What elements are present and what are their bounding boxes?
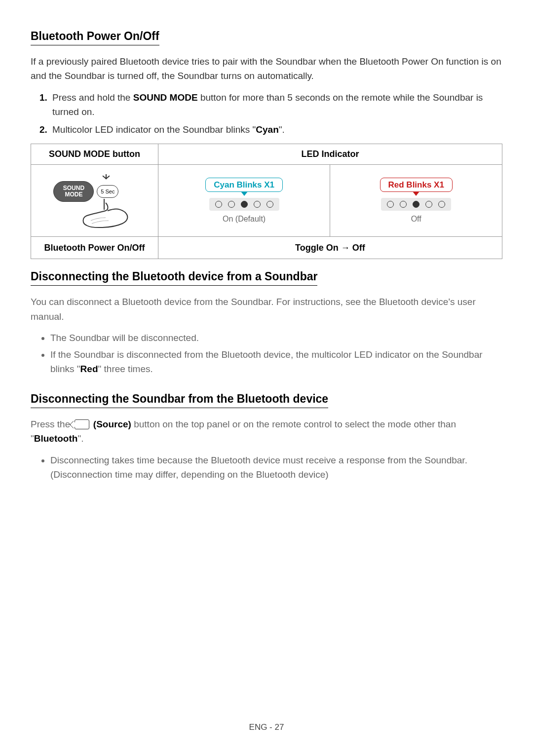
text: Press the: [31, 419, 73, 429]
bullets-disc-sb: Disconnecting takes time because the Blu…: [50, 453, 502, 482]
text: Press and hold the: [52, 92, 133, 103]
cell-cyan: Cyan Blinks X1 On (Default): [158, 165, 330, 237]
heading-disc-sb: Disconnecting the Soundbar from the Blue…: [31, 392, 328, 408]
col-head-button: SOUND MODE button: [31, 144, 158, 165]
red-label: Red Blinks X1: [380, 178, 453, 192]
text: Multicolor LED indicator on the Soundbar…: [52, 124, 256, 135]
intro-bt-power: If a previously paired Bluetooth device …: [31, 54, 502, 83]
led-strip-icon: [209, 198, 279, 211]
list-item: Disconnecting takes time because the Blu…: [50, 453, 502, 482]
text: " three times.: [98, 364, 153, 374]
intro-disc-from: You can disconnect a Bluetooth device fr…: [31, 295, 502, 324]
bold-cyan: Cyan: [256, 124, 278, 135]
bold-source: (Source): [93, 419, 131, 429]
sound-mode-button-diagram: SOUND MODE 5 Sec: [52, 172, 136, 229]
indicator-red: Red Blinks X1 Off: [333, 178, 499, 224]
cyan-label: Cyan Blinks X1: [205, 178, 283, 192]
para-disc-sb: Press the (Source) button on the top pan…: [31, 417, 502, 446]
text: ".: [279, 124, 285, 135]
list-item: The Soundbar will be disconnected.: [50, 331, 502, 345]
page-footer: ENG - 27: [0, 722, 533, 732]
press-burst-icon: [102, 174, 111, 183]
heading-bt-power: Bluetooth Power On/Off: [31, 30, 159, 45]
steps-bt-power: Press and hold the SOUND MODE button for…: [39, 90, 502, 137]
led-strip-icon: [381, 198, 451, 211]
step-2: Multicolor LED indicator on the Soundbar…: [39, 122, 502, 137]
cyan-sub: On (Default): [223, 215, 266, 224]
cell-red: Red Blinks X1 Off: [330, 165, 502, 237]
cell-button-diagram: SOUND MODE 5 Sec: [31, 165, 158, 237]
hand-press-icon: [77, 196, 131, 230]
bold-bluetooth: Bluetooth: [34, 433, 78, 444]
bold-sound-mode: SOUND MODE: [133, 92, 198, 103]
bold-red: Red: [80, 364, 98, 374]
red-sub: Off: [411, 215, 421, 224]
heading-disc-from: Disconnecting the Bluetooth device from …: [31, 270, 317, 286]
source-icon: [75, 419, 89, 429]
bullets-disc-from: The Soundbar will be disconnected. If th…: [50, 331, 502, 376]
list-item: If the Soundbar is disconnected from the…: [50, 347, 502, 377]
led-table: SOUND MODE button LED Indicator SOUND MO…: [31, 144, 502, 259]
step-1: Press and hold the SOUND MODE button for…: [39, 90, 502, 119]
text: Bluetooth Power On/Off: [34, 242, 155, 254]
indicator-cyan: Cyan Blinks X1 On (Default): [161, 178, 327, 224]
cell-row2-right: Toggle On → Off: [158, 237, 502, 259]
cell-row2-left: Bluetooth Power On/Off: [31, 237, 158, 259]
text: Toggle On → Off: [295, 243, 365, 253]
col-head-led: LED Indicator: [158, 144, 502, 165]
text: ".: [77, 433, 83, 444]
